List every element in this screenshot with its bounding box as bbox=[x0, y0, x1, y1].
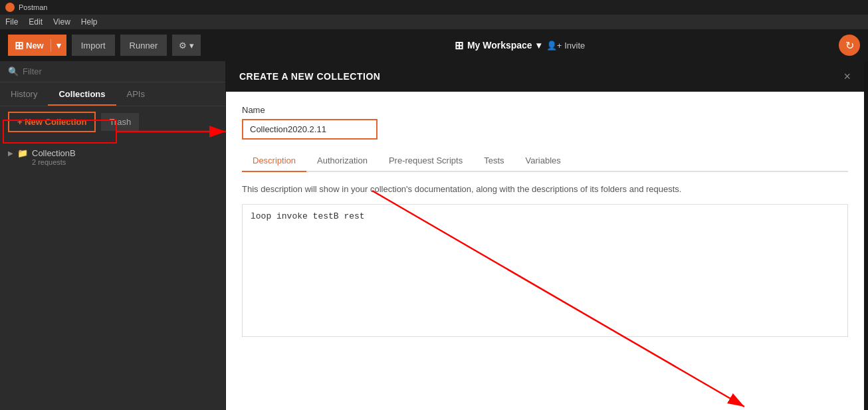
dialog-tab-description[interactable]: Description bbox=[242, 150, 306, 171]
dialog-tab-authorization[interactable]: Authorization bbox=[306, 150, 378, 171]
sidebar-content: ▶ 📁 CollectionB 2 requests bbox=[0, 138, 225, 410]
dialog-tab-variables[interactable]: Variables bbox=[515, 150, 572, 171]
sync-icon: ↻ bbox=[845, 39, 854, 52]
main-container: 🔍 History Collections APIs + New Collect… bbox=[0, 61, 868, 410]
title-bar: Postman bbox=[0, 0, 868, 15]
toolbar-center: ⊞ My Workspace ▾ 👤+ Invite bbox=[206, 39, 833, 52]
dialog-area: CREATE A NEW COLLECTION × Name Descripti… bbox=[226, 61, 868, 410]
workspace-dropdown-icon: ▾ bbox=[536, 40, 541, 51]
sidebar: 🔍 History Collections APIs + New Collect… bbox=[0, 61, 226, 410]
new-button[interactable]: ⊞ New ▾ bbox=[8, 35, 66, 56]
new-collection-button[interactable]: + New Collection bbox=[8, 112, 96, 132]
invite-button[interactable]: 👤+ Invite bbox=[546, 41, 586, 51]
plus-icon: ⊞ bbox=[15, 39, 23, 52]
collection-info: CollectionB 2 requests bbox=[32, 148, 76, 166]
toolbar-right: ↻ bbox=[839, 35, 860, 56]
invite-person-icon: 👤+ bbox=[546, 41, 562, 51]
folder-icon: 📁 bbox=[17, 148, 28, 158]
name-label: Name bbox=[242, 105, 848, 115]
workspace-grid-icon: ⊞ bbox=[455, 39, 463, 52]
dialog-body: Name Description Authorization Pre-reque… bbox=[226, 92, 864, 352]
menu-edit[interactable]: Edit bbox=[29, 17, 43, 27]
sidebar-tab-collections[interactable]: Collections bbox=[48, 82, 116, 106]
menu-file[interactable]: File bbox=[5, 17, 18, 27]
search-icon: 🔍 bbox=[8, 66, 19, 76]
sidebar-actions: + New Collection Trash bbox=[0, 106, 225, 138]
sidebar-tabs: History Collections APIs bbox=[0, 82, 225, 106]
workspace-button[interactable]: ⊞ My Workspace ▾ bbox=[455, 39, 541, 52]
toolbar: ⊞ New ▾ Import Runner ⚙ ▾ ⊞ My Workspace… bbox=[0, 29, 868, 61]
dialog-header: CREATE A NEW COLLECTION × bbox=[226, 61, 864, 92]
name-input-wrapper bbox=[242, 119, 378, 140]
collection-name: CollectionB bbox=[32, 148, 76, 158]
app-icon bbox=[5, 3, 15, 12]
description-textarea[interactable]: loop invoke testB rest bbox=[242, 204, 848, 337]
sidebar-filter: 🔍 bbox=[0, 61, 225, 82]
import-button[interactable]: Import bbox=[72, 35, 115, 56]
invite-label: Invite bbox=[564, 41, 585, 51]
app-title: Postman bbox=[19, 3, 47, 11]
dialog-tab-tests[interactable]: Tests bbox=[473, 150, 514, 171]
menu-help[interactable]: Help bbox=[81, 17, 98, 27]
dialog-tabs: Description Authorization Pre-request Sc… bbox=[242, 150, 848, 172]
settings-icon: ⚙ bbox=[179, 41, 187, 51]
dialog: CREATE A NEW COLLECTION × Name Descripti… bbox=[226, 61, 864, 410]
svg-point-0 bbox=[7, 5, 13, 10]
new-button-label[interactable]: ⊞ New bbox=[8, 39, 51, 52]
dialog-close-button[interactable]: × bbox=[843, 70, 851, 82]
settings-dropdown: ▾ bbox=[189, 41, 194, 51]
description-help-text: This description will show in your colle… bbox=[242, 183, 848, 196]
dialog-title: CREATE A NEW COLLECTION bbox=[239, 71, 380, 82]
list-item[interactable]: ▶ 📁 CollectionB 2 requests bbox=[0, 143, 225, 171]
sidebar-tab-history[interactable]: History bbox=[0, 82, 48, 106]
collection-name-input[interactable] bbox=[243, 120, 376, 138]
menu-view[interactable]: View bbox=[53, 17, 70, 27]
sync-button[interactable]: ↻ bbox=[839, 35, 860, 56]
new-button-dropdown[interactable]: ▾ bbox=[51, 41, 66, 51]
runner-button[interactable]: Runner bbox=[120, 35, 167, 56]
menu-bar: File Edit View Help bbox=[0, 15, 868, 29]
sidebar-tab-apis[interactable]: APIs bbox=[116, 82, 156, 106]
name-input-container bbox=[242, 119, 378, 140]
settings-button[interactable]: ⚙ ▾ bbox=[172, 35, 201, 56]
chevron-right-icon: ▶ bbox=[8, 150, 13, 157]
collection-meta: 2 requests bbox=[32, 158, 76, 166]
dialog-tab-prerequest[interactable]: Pre-request Scripts bbox=[378, 150, 473, 171]
workspace-label: My Workspace bbox=[467, 40, 532, 51]
filter-input[interactable] bbox=[23, 66, 217, 76]
trash-button[interactable]: Trash bbox=[101, 113, 139, 131]
